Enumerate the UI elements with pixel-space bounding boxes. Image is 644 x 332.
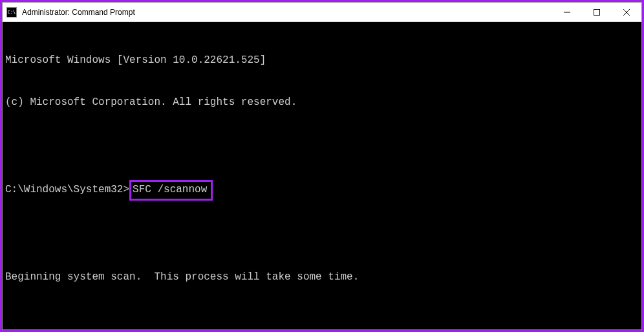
window-controls <box>552 3 641 21</box>
prompt-path: C:\Windows\System32> <box>5 184 129 195</box>
output-line: Beginning system scan. This process will… <box>5 271 639 285</box>
output-line: (c) Microsoft Corporation. All rights re… <box>5 96 639 110</box>
svg-rect-1 <box>594 9 600 15</box>
maximize-button[interactable] <box>582 3 612 21</box>
blank-line <box>5 313 639 327</box>
blank-line <box>5 228 639 243</box>
blank-line <box>5 138 639 152</box>
close-button[interactable] <box>612 3 641 21</box>
minimize-icon <box>564 9 570 16</box>
output-line: Microsoft Windows [Version 10.0.22621.52… <box>5 54 639 68</box>
screenshot-highlight-border: C:\ Administrator: Command Prompt Micros… <box>0 0 644 332</box>
command-line: C:\Windows\System32>SFC /scannow <box>5 180 639 201</box>
highlighted-command: SFC /scannow <box>129 180 213 201</box>
close-icon <box>623 9 630 16</box>
terminal-output-area[interactable]: Microsoft Windows [Version 10.0.22621.52… <box>3 22 641 329</box>
window-title: Administrator: Command Prompt <box>22 8 552 17</box>
command-text: SFC /scannow <box>133 184 207 195</box>
window-titlebar[interactable]: C:\ Administrator: Command Prompt <box>3 3 641 22</box>
minimize-button[interactable] <box>552 3 582 21</box>
maximize-icon <box>594 9 600 16</box>
command-prompt-window: C:\ Administrator: Command Prompt Micros… <box>2 2 642 330</box>
app-icon: C:\ <box>6 7 17 17</box>
